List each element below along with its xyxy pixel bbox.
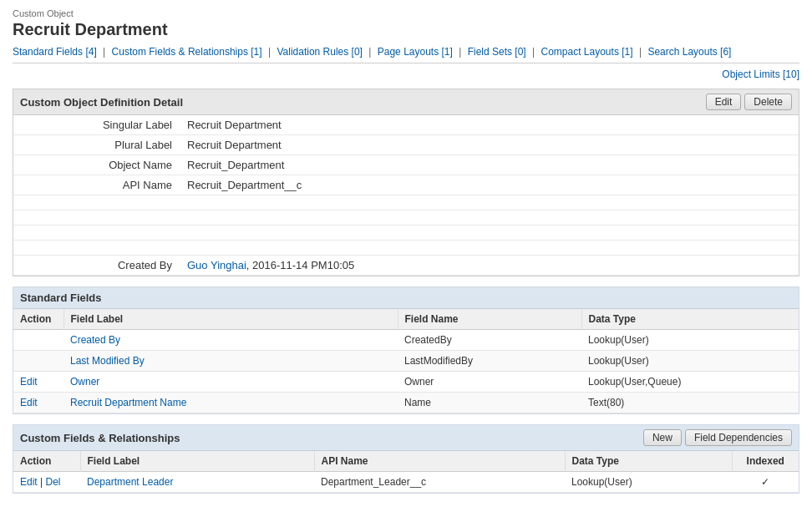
empty-row-3 — [13, 226, 799, 241]
sf-field-label-link-2[interactable]: Owner — [70, 376, 99, 388]
col-field-label: Field Label — [63, 309, 398, 330]
object-name-label: Object Name — [13, 155, 180, 175]
custom-fields-header-actions: New Field Dependencies — [643, 429, 792, 446]
sf-action-0 — [13, 330, 63, 351]
cf-field-label-0: Department Leader — [80, 472, 314, 493]
custom-fields-link[interactable]: Custom Fields & Relationships [1] — [112, 46, 262, 58]
cf-action-0: Edit | Del — [13, 472, 80, 493]
standard-fields-link[interactable]: Standard Fields [4] — [13, 46, 97, 58]
edit-button[interactable]: Edit — [706, 94, 742, 110]
empty-row-2 — [13, 210, 799, 226]
nav-links: Standard Fields [4] | Custom Fields & Re… — [13, 46, 799, 63]
cf-col-data-type: Data Type — [565, 451, 732, 472]
cf-col-indexed: Indexed — [732, 451, 799, 472]
cf-col-action: Action — [13, 451, 80, 472]
plural-label-label: Plural Label — [13, 135, 180, 155]
custom-fields-header-row: Action Field Label API Name Data Type In… — [13, 451, 799, 472]
custom-fields-section: Custom Fields & Relationships New Field … — [13, 424, 799, 494]
breadcrumb: Custom Object — [13, 8, 799, 18]
new-button[interactable]: New — [643, 429, 682, 446]
sf-action-3: Edit — [13, 393, 63, 413]
cf-indexed-0: ✓ — [732, 472, 799, 493]
custom-fields-header: Custom Fields & Relationships New Field … — [13, 425, 799, 451]
sf-field-label-link-1[interactable]: Last Modified By — [70, 355, 145, 367]
sf-data-type-3: Text(80) — [581, 393, 799, 413]
field-sets-link[interactable]: Field Sets [0] — [468, 46, 526, 58]
created-by-row: Created By Guo Yinghai, 2016-11-14 PM10:… — [13, 256, 799, 276]
singular-label-row: Singular Label Recruit Department — [13, 115, 799, 135]
separator-6: | — [639, 46, 642, 58]
sf-field-label-1: Last Modified By — [63, 351, 398, 372]
sf-row-0: Created By CreatedBy Lookup(User) — [13, 330, 799, 351]
sf-edit-link-2[interactable]: Edit — [20, 376, 38, 388]
sf-field-label-link-3[interactable]: Recruit Department Name — [70, 397, 186, 408]
standard-fields-section: Standard Fields Action Field Label Field… — [13, 286, 799, 414]
delete-button[interactable]: Delete — [744, 94, 792, 110]
definition-detail-title: Custom Object Definition Detail — [20, 96, 183, 109]
sf-data-type-0: Lookup(User) — [581, 330, 799, 351]
sf-field-label-0: Created By — [63, 330, 398, 351]
page-title: Recruit Department — [13, 20, 799, 39]
cf-row-0: Edit | Del Department Leader Department_… — [13, 472, 799, 493]
sf-action-1 — [13, 351, 63, 372]
cf-field-label-link-0[interactable]: Department Leader — [87, 476, 173, 488]
separator-1: | — [103, 46, 105, 58]
api-name-row: API Name Recruit_Department__c — [13, 175, 799, 195]
standard-fields-header-row: Action Field Label Field Name Data Type — [13, 309, 799, 330]
plural-label-value: Recruit Department — [180, 135, 799, 155]
cf-col-api-name: API Name — [314, 451, 565, 472]
definition-detail-actions: Edit Delete — [706, 94, 792, 110]
definition-detail-section: Custom Object Definition Detail Edit Del… — [13, 89, 799, 276]
col-data-type: Data Type — [581, 309, 799, 330]
col-action: Action — [13, 309, 63, 330]
sf-edit-link-3[interactable]: Edit — [20, 397, 38, 408]
sf-field-name-0: CreatedBy — [398, 330, 581, 351]
plural-label-row: Plural Label Recruit Department — [13, 135, 799, 155]
object-limits-link[interactable]: Object Limits [10] — [722, 68, 799, 80]
nav-row2: Object Limits [10] — [13, 68, 799, 80]
validation-rules-link[interactable]: Validation Rules [0] — [277, 46, 363, 58]
api-name-label: API Name — [13, 175, 180, 195]
cf-edit-link-0[interactable]: Edit — [20, 476, 38, 488]
created-by-label: Created By — [13, 256, 180, 276]
sf-action-2: Edit — [13, 372, 63, 393]
definition-detail-header: Custom Object Definition Detail Edit Del… — [13, 89, 799, 115]
search-layouts-link[interactable]: Search Layouts [6] — [647, 46, 731, 58]
standard-fields-table: Action Field Label Field Name Data Type … — [13, 309, 799, 413]
separator-3: | — [368, 46, 371, 58]
created-by-value: Guo Yinghai, 2016-11-14 PM10:05 — [180, 256, 799, 276]
separator-4: | — [459, 46, 461, 58]
cf-del-link-0[interactable]: Del — [45, 476, 60, 488]
page-layouts-link[interactable]: Page Layouts [1] — [378, 46, 453, 58]
sf-field-name-1: LastModifiedBy — [398, 351, 581, 372]
sf-field-name-2: Owner — [398, 372, 581, 393]
cf-col-field-label: Field Label — [80, 451, 314, 472]
sf-field-label-3: Recruit Department Name — [63, 393, 398, 413]
sf-field-label-2: Owner — [63, 372, 398, 393]
separator-2: | — [268, 46, 271, 58]
sf-data-type-2: Lookup(User,Queue) — [581, 372, 799, 393]
created-by-date: , 2016-11-14 PM10:05 — [246, 259, 354, 271]
singular-label-value: Recruit Department — [180, 115, 799, 135]
sf-row-2: Edit Owner Owner Lookup(User,Queue) — [13, 372, 799, 393]
sf-field-name-3: Name — [398, 393, 581, 413]
object-name-value: Recruit_Department — [180, 155, 799, 175]
page-container: Custom Object Recruit Department Standar… — [0, 0, 812, 502]
sf-field-label-link-0[interactable]: Created By — [70, 334, 120, 346]
standard-fields-header: Standard Fields — [13, 287, 799, 309]
singular-label-label: Singular Label — [13, 115, 180, 135]
cf-data-type-0: Lookup(User) — [565, 472, 732, 493]
field-dependencies-button[interactable]: Field Dependencies — [685, 429, 792, 446]
separator-5: | — [532, 46, 535, 58]
sf-row-3: Edit Recruit Department Name Name Text(8… — [13, 393, 799, 413]
cf-api-name-0: Department_Leader__c — [314, 472, 565, 493]
custom-fields-title: Custom Fields & Relationships — [20, 432, 180, 444]
compact-layouts-link[interactable]: Compact Layouts [1] — [541, 46, 633, 58]
created-by-user-link[interactable]: Guo Yinghai — [187, 259, 246, 271]
definition-detail-table: Singular Label Recruit Department Plural… — [13, 115, 799, 276]
empty-row-4 — [13, 241, 799, 256]
api-name-value: Recruit_Department__c — [180, 175, 799, 195]
object-name-row: Object Name Recruit_Department — [13, 155, 799, 175]
sf-row-1: Last Modified By LastModifiedBy Lookup(U… — [13, 351, 799, 372]
empty-row-1 — [13, 195, 799, 210]
